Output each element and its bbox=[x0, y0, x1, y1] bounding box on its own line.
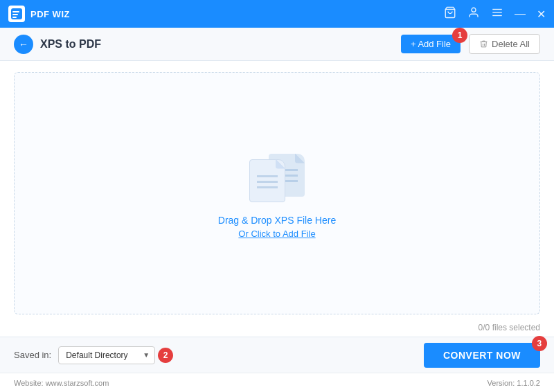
saved-in-group: Saved in: Default Directory Custom Direc… bbox=[14, 346, 173, 364]
svg-point-5 bbox=[472, 8, 476, 12]
drop-main-text: Drag & Drop XPS File Here bbox=[218, 215, 336, 226]
menu-icon[interactable] bbox=[491, 6, 503, 21]
sub-header: ← XPS to PDF + Add File 1 Delete All bbox=[0, 28, 554, 61]
drop-sub-text[interactable]: Or Click to Add File bbox=[238, 229, 315, 239]
add-file-button[interactable]: + Add File 1 bbox=[401, 35, 461, 53]
footer-version: Version: 1.1.0.2 bbox=[488, 379, 540, 387]
directory-select-wrapper: Default Directory Custom Directory ▼ bbox=[58, 346, 155, 364]
footer: Website: www.starzsoft.com Version: 1.1.… bbox=[0, 373, 554, 392]
saved-in-label: Saved in: bbox=[14, 350, 51, 360]
files-count: 0/0 files selected bbox=[0, 320, 554, 337]
delete-all-button[interactable]: Delete All bbox=[469, 34, 540, 54]
back-button[interactable]: ← bbox=[14, 35, 33, 54]
user-icon[interactable] bbox=[467, 6, 480, 21]
trash-icon bbox=[479, 39, 488, 48]
svg-rect-1 bbox=[12, 11, 19, 12]
app-logo bbox=[8, 6, 25, 22]
footer-website: Website: www.starzsoft.com bbox=[14, 379, 109, 387]
page-title: XPS to PDF bbox=[40, 38, 101, 51]
close-icon[interactable]: ✕ bbox=[537, 8, 546, 21]
svg-rect-2 bbox=[12, 14, 18, 15]
convert-badge: 3 bbox=[532, 336, 547, 351]
add-file-badge: 1 bbox=[452, 28, 467, 43]
title-bar-controls: — ✕ bbox=[444, 6, 546, 21]
title-bar-left: PDF WIZ bbox=[8, 6, 70, 22]
drop-icon bbox=[249, 148, 305, 204]
main-wrapper: ← XPS to PDF + Add File 1 Delete All bbox=[0, 28, 554, 392]
cart-icon[interactable] bbox=[444, 6, 456, 21]
directory-select[interactable]: Default Directory Custom Directory bbox=[58, 346, 155, 364]
minimize-icon[interactable]: — bbox=[515, 8, 526, 20]
sub-header-right: + Add File 1 Delete All bbox=[401, 34, 540, 54]
svg-rect-3 bbox=[12, 17, 17, 18]
title-bar: PDF WIZ — ✕ bbox=[0, 0, 554, 28]
drop-area[interactable]: Drag & Drop XPS File Here Or Click to Ad… bbox=[14, 72, 540, 314]
saved-in-badge: 2 bbox=[158, 348, 173, 363]
convert-now-button[interactable]: CONVERT NOW 3 bbox=[424, 343, 540, 368]
file-icon-front bbox=[249, 159, 285, 202]
app-title: PDF WIZ bbox=[30, 9, 70, 19]
sub-header-left: ← XPS to PDF bbox=[14, 35, 101, 54]
bottom-bar: Saved in: Default Directory Custom Direc… bbox=[0, 337, 554, 373]
